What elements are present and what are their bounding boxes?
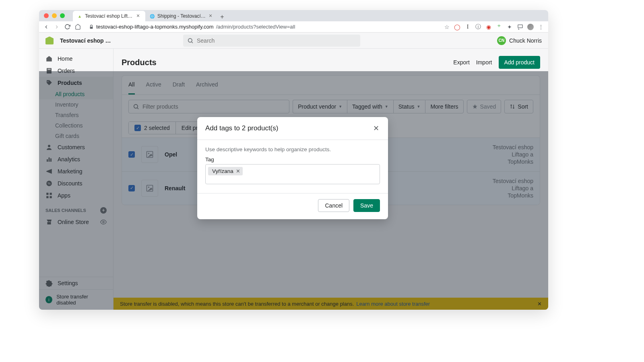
back-button[interactable] (43, 24, 50, 30)
user-menu[interactable]: CN Chuck Norris (497, 36, 542, 45)
url-input[interactable]: testovaci-eshop-liftago-a-topmonks.mysho… (85, 23, 440, 31)
ext-icon-3[interactable]: ⓘ (475, 24, 481, 30)
svg-line-3 (192, 42, 193, 43)
import-button[interactable]: Import (476, 59, 492, 66)
menu-icon[interactable]: ⋮ (538, 24, 544, 30)
window-controls (44, 13, 65, 18)
cancel-button[interactable]: Cancel (318, 199, 349, 212)
modal-hint: Use descriptive keywords to help organiz… (205, 146, 380, 152)
svg-rect-0 (90, 27, 93, 29)
star-icon[interactable]: ☆ (444, 24, 450, 30)
cast-icon[interactable] (517, 24, 523, 30)
svg-rect-5 (47, 69, 51, 70)
extension-icons: ☆ ◯ I ⓘ ◉ ⁺ ✦ ⋮ (444, 24, 544, 30)
ext-icon-5[interactable]: ⁺ (496, 24, 502, 30)
tab-close-icon[interactable]: × (136, 14, 141, 19)
url-host: testovaci-eshop-liftago-a-topmonks.mysho… (96, 24, 214, 30)
tag-text: Vyřízana (212, 168, 233, 174)
tab-title: Shipping - Testovací eshop Lif… (157, 13, 206, 19)
ext-icon-4[interactable]: ◉ (485, 24, 492, 30)
search-icon (187, 37, 194, 44)
lock-icon (89, 25, 94, 29)
add-product-button[interactable]: Add product (499, 56, 541, 69)
browser-window: ▲ Testovací eshop Liftago a Top… × 🌐 Shi… (39, 10, 548, 310)
address-bar: testovaci-eshop-liftago-a-topmonks.mysho… (39, 21, 548, 33)
tag-input[interactable]: Vyřízana ✕ (205, 164, 380, 184)
tag-chip: Vyřízana ✕ (208, 167, 243, 175)
search-input[interactable] (197, 37, 356, 44)
modal-close-button[interactable]: ✕ (372, 124, 380, 132)
nav-label: Home (58, 56, 72, 62)
save-button[interactable]: Save (353, 199, 380, 212)
globe-favicon-icon: 🌐 (149, 13, 155, 19)
global-search[interactable] (183, 35, 360, 47)
reload-button[interactable] (64, 24, 70, 30)
url-path: /admin/products?selectedView=all (216, 24, 295, 30)
remove-tag-icon[interactable]: ✕ (236, 168, 240, 174)
window-close[interactable] (44, 13, 49, 18)
svg-point-2 (188, 38, 192, 42)
shopify-logo-icon (45, 37, 54, 45)
avatar: CN (497, 36, 506, 45)
window-minimize[interactable] (52, 13, 57, 18)
home-button[interactable] (74, 24, 81, 30)
page-title: Products (122, 58, 157, 67)
sidebar-item-home[interactable]: Home (39, 53, 113, 65)
window-maximize[interactable] (60, 13, 65, 18)
modal-title: Add tags to 2 product(s) (205, 124, 278, 132)
ext-icon-1[interactable]: ◯ (454, 24, 460, 30)
home-icon (45, 55, 53, 62)
shop-favicon-icon: ▲ (77, 13, 83, 19)
tab-title: Testovací eshop Liftago a Top… (85, 13, 134, 19)
shop-name[interactable]: Testovací eshop Liftag… (60, 37, 112, 44)
svg-rect-1 (518, 25, 522, 28)
user-name: Chuck Norris (509, 37, 542, 44)
browser-tab-1[interactable]: ▲ Testovací eshop Liftago a Top… × (73, 11, 145, 21)
ext-icon-2[interactable]: I (464, 24, 471, 30)
forward-button[interactable] (54, 24, 60, 30)
add-tags-modal: Add tags to 2 product(s) ✕ Use descripti… (197, 117, 388, 219)
export-button[interactable]: Export (453, 59, 469, 66)
profile-avatar[interactable] (527, 24, 534, 30)
extensions-icon[interactable]: ✦ (506, 24, 513, 30)
tag-label: Tag (205, 156, 380, 162)
tab-close-icon[interactable]: × (209, 14, 214, 19)
browser-tab-2[interactable]: 🌐 Shipping - Testovací eshop Lif… × (145, 11, 218, 21)
new-tab-button[interactable]: + (218, 12, 227, 21)
browser-tab-bar: ▲ Testovací eshop Liftago a Top… × 🌐 Shi… (39, 10, 548, 21)
app-header: Testovací eshop Liftag… CN Chuck Norris (39, 33, 548, 49)
